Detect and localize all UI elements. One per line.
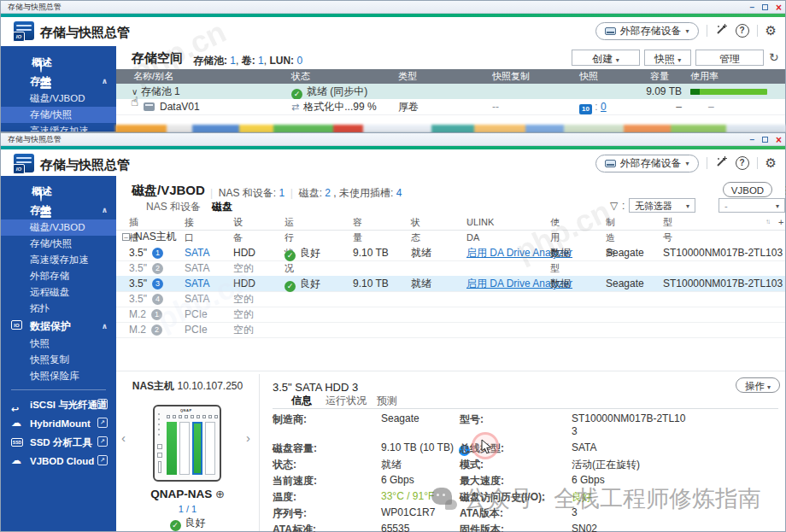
nas-bay-2-empty[interactable]	[179, 422, 190, 475]
sidebar-item-storage-snapshots[interactable]: 存储/快照	[1, 236, 116, 252]
collapse-caret-icon[interactable]: ∧	[102, 201, 108, 219]
zoom-magnifier-icon[interactable]: ⊕	[215, 488, 225, 500]
assistant-wand-icon[interactable]	[715, 155, 728, 171]
detail-tab-health[interactable]: 运行状况	[326, 394, 367, 408]
external-device-icon	[605, 27, 616, 35]
sidebar-item-ssd-tool[interactable]: SSD SSD 分析工具 ↗	[1, 433, 116, 452]
column-usage[interactable]: 使用率	[690, 69, 719, 84]
field-value: Seagate	[381, 412, 460, 441]
external-storage-device-button[interactable]: 外部存储设备 ▾	[595, 22, 699, 40]
nas-enclosure-image[interactable]: QNAP	[153, 405, 221, 482]
snapshot-count-link[interactable]: 0	[601, 101, 607, 113]
nas-bay-1-occupied[interactable]	[167, 422, 177, 475]
collapse-caret-icon[interactable]: ∧	[102, 317, 108, 336]
filter-icon[interactable]: ▽	[610, 200, 618, 212]
column-capacity[interactable]: 容量	[650, 69, 669, 84]
sidebar-item-disks-vjbod[interactable]: 磁盘/VJBOD	[1, 219, 116, 236]
maximize-button[interactable]	[762, 137, 768, 143]
help-icon[interactable]: ?	[736, 156, 749, 170]
field-label: 状态:	[273, 458, 381, 474]
nas-bay-4-empty[interactable]	[205, 422, 215, 475]
collapse-group-icon[interactable]: –	[122, 233, 130, 241]
sidebar-item-snapshot[interactable]: 快照	[1, 336, 116, 352]
field-label: ATA标准:	[273, 523, 381, 532]
refresh-icon[interactable]: ↻	[769, 50, 779, 64]
disk-row-1[interactable]: 3.5"1 SATA HDD ✓良好 9.10 TB 就绪 启用 DA Driv…	[116, 245, 785, 261]
minimize-button[interactable]: –	[749, 3, 754, 12]
maximize-button[interactable]	[762, 4, 768, 10]
settings-gear-icon[interactable]: ⚙	[765, 156, 777, 170]
help-icon[interactable]: ?	[736, 24, 749, 38]
nas-bay-3-selected[interactable]	[192, 422, 202, 475]
create-button[interactable]: 创建 ▾	[572, 50, 640, 66]
detail-tab-info[interactable]: 信息	[291, 394, 312, 408]
sidebar-item-data-protection[interactable]: IO 数据保护 ∧	[1, 317, 116, 336]
column-type[interactable]: 类型	[398, 69, 417, 84]
sidebar-item-remote-disk[interactable]: 远程磁盘	[1, 284, 116, 301]
tab-nas-and-devices[interactable]: NAS 和设备	[146, 199, 201, 214]
sidebar-item-storage[interactable]: 存储 ∧	[1, 72, 116, 91]
app-icon: IO	[13, 21, 35, 42]
detail-tab-prediction[interactable]: 预测	[377, 394, 397, 408]
sidebar-item-vjbod-cloud[interactable]: ☁ VJBOD Cloud ↗	[1, 452, 116, 471]
collapse-caret-icon[interactable]: ∧	[102, 72, 108, 91]
window2-titlebar[interactable]: 存储与快照总管 – ×	[1, 133, 785, 146]
column-snapshot-replica[interactable]: 快照复制	[492, 69, 530, 84]
carousel-right-icon[interactable]: ›	[246, 430, 250, 445]
disk-row-6[interactable]: M.22 PCIe 空的	[116, 322, 785, 338]
volume-row[interactable]: DataV01 ⇄格式化中...99 % 厚卷 -- 10 : 0 – –	[116, 99, 785, 115]
field-label: 模式:	[460, 458, 572, 474]
column-snapshot[interactable]: 快照	[579, 69, 598, 84]
close-button[interactable]: ×	[776, 3, 782, 12]
manage-button[interactable]: 管理	[695, 50, 764, 66]
snapshot-badge-icon: 10	[579, 104, 592, 114]
field-label: 温度:	[273, 490, 381, 506]
window2-app-header: IO 存储与快照总管 外部存储设备 ▾ ? ⚙	[1, 149, 785, 178]
sidebar-item-snapshot-vault[interactable]: 快照保险库	[1, 368, 116, 384]
sidebar-item-topology[interactable]: 拓扑	[1, 301, 116, 317]
health-ok-icon: ✓	[170, 520, 181, 531]
add-column-icon[interactable]: +	[778, 214, 783, 230]
sidebar-item-storage-snapshots[interactable]: 存储/快照	[1, 107, 116, 123]
snapshot-button[interactable]: 快照 ▾	[644, 50, 691, 66]
window1-titlebar[interactable]: 存储与快照总管 – ×	[1, 1, 785, 14]
sidebar-item-cache-acceleration[interactable]: 高速缓存加速	[1, 123, 116, 132]
sidebar-item-hybridmount[interactable]: ☁ HybridMount ↗	[1, 414, 116, 433]
carousel-left-icon[interactable]: ‹	[121, 430, 126, 445]
filter-value-select[interactable]: -▾	[719, 198, 785, 213]
column-status[interactable]: 状态	[291, 69, 310, 84]
page-title: 磁盘/VJBOD	[132, 183, 205, 199]
app-title: 存储与快照总管	[40, 157, 130, 173]
chevron-down-icon: ▾	[686, 27, 689, 35]
external-link-icon: ↗	[97, 418, 108, 428]
close-button[interactable]: ×	[776, 136, 782, 144]
sidebar-item-iscsi-fc[interactable]: ↩ iSCSI 与光纤通道 ↗	[1, 395, 116, 414]
minimize-button[interactable]: –	[749, 136, 754, 144]
nas-host-header: NAS主机 10.10.107.250	[116, 379, 259, 394]
sidebar-item-external-storage[interactable]: 外部存储	[1, 268, 116, 284]
more-menu-icon[interactable]: ⋮	[781, 184, 786, 196]
screen: 存储与快照总管 – × IO 存储与快照总管 外部存储设备 ▾ ? ⚙	[0, 0, 786, 532]
sidebar-item-snapshot-replica[interactable]: 快照复制	[1, 352, 116, 368]
settings-gear-icon[interactable]: ⚙	[765, 24, 777, 38]
sidebar-item-disks-vjbod[interactable]: 磁盘/VJBOD	[1, 91, 116, 107]
tab-disks[interactable]: 磁盘	[212, 199, 232, 216]
pool-usage-bar	[690, 89, 767, 95]
sidebar-item-overview[interactable]: 概述	[1, 182, 116, 201]
chevron-down-icon: ▾	[616, 56, 619, 64]
field-value: 活动(正在旋转)	[572, 458, 780, 474]
action-button[interactable]: 操作 ▾	[736, 377, 780, 393]
sidebar-item-overview[interactable]: 概述	[1, 53, 116, 72]
assistant-wand-icon[interactable]	[715, 23, 728, 38]
sidebar-item-cache-acceleration[interactable]: 高速缓存加速	[1, 252, 116, 268]
nas-health: ✓良好	[116, 516, 259, 531]
disk-group-row[interactable]: – NAS主机	[116, 230, 785, 244]
field-value: ST10000NM017B-2TL103	[572, 412, 691, 441]
sort-icon[interactable]: ↑↓	[765, 214, 769, 230]
pool-row[interactable]: ∨ 存储池 1 ✓就绪 (同步中) 9.09 TB	[116, 84, 785, 100]
vjbod-menu-button[interactable]: VJBOD ▾	[723, 182, 772, 197]
window2-content: 磁盘/VJBOD | NAS 和设备: 1 | 磁盘: 2 , 未使用插槽: 4…	[116, 176, 785, 531]
filter-select[interactable]: 无筛选器▾	[629, 198, 695, 213]
sidebar-item-storage[interactable]: 存储 ∧	[1, 201, 116, 219]
external-storage-device-button[interactable]: 外部存储设备 ▾	[595, 155, 699, 172]
